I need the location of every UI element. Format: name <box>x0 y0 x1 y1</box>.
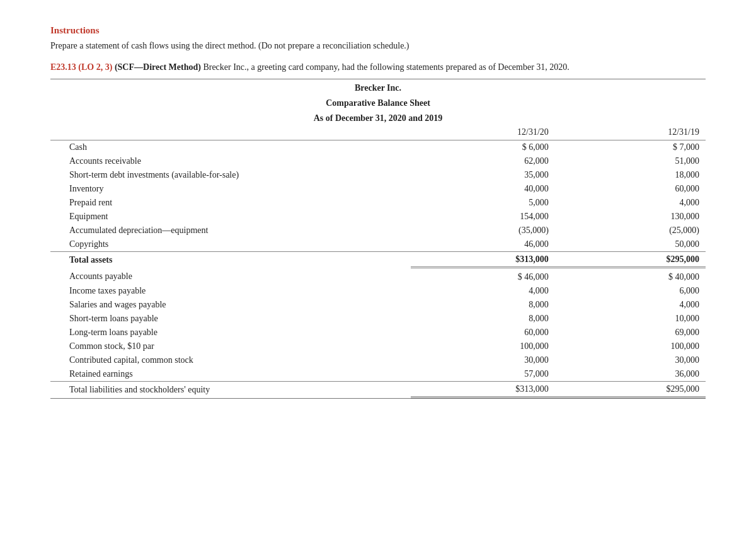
table-row: Short-term loans payable8,00010,000 <box>50 312 706 326</box>
table-body: Cash$ 6,000$ 7,000Accounts receivable62,… <box>50 140 706 397</box>
problem-lo-text: (LO 2, 3) <box>78 62 112 72</box>
problem-number: E23.13 <box>50 62 76 72</box>
row-val2: (25,000) <box>555 224 706 237</box>
row-label: Contributed capital, common stock <box>50 353 411 367</box>
table-title1: Comparative Balance Sheet <box>50 94 706 110</box>
row-label: Short-term loans payable <box>50 312 411 326</box>
row-val2: 36,000 <box>555 367 706 382</box>
table-container: Brecker Inc. Comparative Balance Sheet A… <box>50 79 706 399</box>
row-val1: $313,000 <box>411 382 555 397</box>
instructions-text: Prepare a statement of cash flows using … <box>50 41 706 51</box>
row-val2: 18,000 <box>555 168 706 182</box>
row-val2: 4,000 <box>555 298 706 312</box>
row-val1: 30,000 <box>411 353 555 367</box>
table-row: Long-term loans payable60,00069,000 <box>50 326 706 340</box>
table-row: Common stock, $10 par100,000100,000 <box>50 340 706 353</box>
row-val1: $313,000 <box>411 252 555 268</box>
row-val1: $ 6,000 <box>411 140 555 155</box>
row-val2: 4,000 <box>555 196 706 210</box>
row-label: Salaries and wages payable <box>50 298 411 312</box>
row-val2: 50,000 <box>555 237 706 252</box>
row-val2: 30,000 <box>555 353 706 367</box>
table-row: Accumulated depreciation—equipment(35,00… <box>50 224 706 237</box>
col-header-empty <box>50 125 411 140</box>
row-val2: 69,000 <box>555 326 706 340</box>
row-label: Copyrights <box>50 237 411 252</box>
row-label: Long-term loans payable <box>50 326 411 340</box>
table-row: Equipment154,000130,000 <box>50 210 706 224</box>
row-label: Common stock, $10 par <box>50 340 411 353</box>
table-row: Total liabilities and stockholders' equi… <box>50 382 706 397</box>
balance-sheet-table: Brecker Inc. Comparative Balance Sheet A… <box>50 79 706 398</box>
row-val1: $ 46,000 <box>411 268 555 285</box>
table-row: Prepaid rent5,0004,000 <box>50 196 706 210</box>
row-val1: 62,000 <box>411 154 555 168</box>
table-row: Salaries and wages payable8,0004,000 <box>50 298 706 312</box>
row-val2: $ 40,000 <box>555 268 706 285</box>
row-val2: 51,000 <box>555 154 706 168</box>
table-row: Contributed capital, common stock30,0003… <box>50 353 706 367</box>
table-row: Short-term debt investments (available-f… <box>50 168 706 182</box>
table-company-row: Brecker Inc. <box>50 79 706 94</box>
table-title2: As of December 31, 2020 and 2019 <box>50 110 706 125</box>
row-label: Retained earnings <box>50 367 411 382</box>
row-val2: 6,000 <box>555 284 706 298</box>
col-header-row: 12/31/20 12/31/19 <box>50 125 706 140</box>
table-row: Cash$ 6,000$ 7,000 <box>50 140 706 155</box>
table-row: Retained earnings57,00036,000 <box>50 367 706 382</box>
table-row: Total assets$313,000$295,000 <box>50 252 706 268</box>
row-label: Total liabilities and stockholders' equi… <box>50 382 411 397</box>
row-val1: 40,000 <box>411 182 555 196</box>
table-title2-row: As of December 31, 2020 and 2019 <box>50 110 706 125</box>
table-row: Copyrights46,00050,000 <box>50 237 706 252</box>
row-label: Total assets <box>50 252 411 268</box>
row-val1: 5,000 <box>411 196 555 210</box>
row-val2: $295,000 <box>555 382 706 397</box>
table-row: Accounts payable$ 46,000$ 40,000 <box>50 268 706 285</box>
row-val2: $295,000 <box>555 252 706 268</box>
table-title1-row: Comparative Balance Sheet <box>50 94 706 110</box>
row-val1: 57,000 <box>411 367 555 382</box>
row-val1: 35,000 <box>411 168 555 182</box>
row-label: Accounts receivable <box>50 154 411 168</box>
row-label: Short-term debt investments (available-f… <box>50 168 411 182</box>
row-label: Cash <box>50 140 411 155</box>
col-header-1: 12/31/20 <box>411 125 555 140</box>
row-val1: 60,000 <box>411 326 555 340</box>
row-val1: 46,000 <box>411 237 555 252</box>
row-val1: 8,000 <box>411 298 555 312</box>
company-name: Brecker Inc. <box>50 79 706 94</box>
problem-method: (SCF—Direct Method) <box>115 62 201 72</box>
row-label: Income taxes payable <box>50 284 411 298</box>
row-label: Inventory <box>50 182 411 196</box>
row-val1: 154,000 <box>411 210 555 224</box>
row-val1: 4,000 <box>411 284 555 298</box>
problem-desc: Brecker Inc., a greeting card company, h… <box>203 62 569 72</box>
table-row: Income taxes payable4,0006,000 <box>50 284 706 298</box>
instructions-label: Instructions <box>50 25 706 36</box>
row-val2: 10,000 <box>555 312 706 326</box>
row-label: Accumulated depreciation—equipment <box>50 224 411 237</box>
bottom-divider <box>50 398 706 399</box>
row-label: Prepaid rent <box>50 196 411 210</box>
table-row: Inventory40,00060,000 <box>50 182 706 196</box>
row-val2: 130,000 <box>555 210 706 224</box>
row-val1: 8,000 <box>411 312 555 326</box>
col-header-2: 12/31/19 <box>555 125 706 140</box>
row-val2: 100,000 <box>555 340 706 353</box>
row-val2: 60,000 <box>555 182 706 196</box>
row-val2: $ 7,000 <box>555 140 706 155</box>
row-val1: 100,000 <box>411 340 555 353</box>
table-row: Accounts receivable62,00051,000 <box>50 154 706 168</box>
row-label: Equipment <box>50 210 411 224</box>
problem-label: E23.13 (LO 2, 3) (SCF—Direct Method) Bre… <box>50 62 706 72</box>
row-label: Accounts payable <box>50 268 411 285</box>
row-val1: (35,000) <box>411 224 555 237</box>
